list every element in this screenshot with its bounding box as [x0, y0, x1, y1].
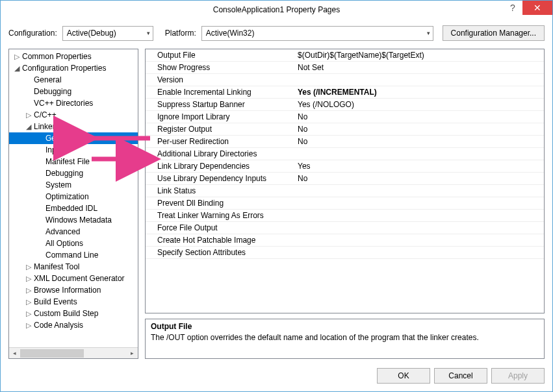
tree-item[interactable]: Windows Metadata: [9, 214, 138, 226]
configuration-value: Active(Debug): [67, 29, 116, 38]
tree-item-label: Debugging: [34, 87, 71, 96]
tree-item-label: Command Line: [45, 251, 98, 260]
tree-item-label: Embedded IDL: [45, 204, 97, 213]
apply-button[interactable]: Apply: [491, 368, 545, 384]
tree-item[interactable]: ▷Common Properties: [9, 51, 138, 62]
expander-icon[interactable]: ▷: [25, 310, 32, 318]
expander-icon[interactable]: ◢: [25, 123, 32, 131]
tree-item[interactable]: VC++ Directories: [9, 97, 138, 109]
tree-item-label: Browse Information: [34, 286, 101, 295]
tree-item-label: Custom Build Step: [34, 309, 98, 318]
tree-item[interactable]: Debugging: [9, 86, 138, 97]
close-icon[interactable]: ✕: [522, 1, 552, 15]
property-row[interactable]: Treat Linker Warning As Errors: [146, 210, 544, 222]
tree-item[interactable]: ▷Custom Build Step: [9, 308, 138, 319]
property-value: Not Set: [295, 63, 544, 72]
description-title: Output File: [151, 322, 539, 331]
tree-item-label: Linker: [34, 122, 55, 131]
property-grid[interactable]: Output File$(OutDir)$(TargetName)$(Targe…: [145, 49, 545, 313]
property-row[interactable]: Prevent Dll Binding: [146, 197, 544, 210]
tree-item[interactable]: General: [9, 74, 138, 86]
tree-item-label: Advanced: [45, 227, 80, 236]
window-title: ConsoleApplication1 Property Pages: [213, 5, 340, 14]
expander-icon[interactable]: ▷: [25, 275, 32, 283]
expander-icon[interactable]: ▷: [25, 263, 32, 271]
tree-item[interactable]: ▷Browse Information: [9, 284, 138, 296]
property-row[interactable]: Specify Section Attributes: [146, 247, 544, 259]
help-icon[interactable]: ?: [503, 1, 522, 15]
tree-item[interactable]: Advanced: [9, 226, 138, 238]
property-row[interactable]: Ignore Import LibraryNo: [146, 111, 544, 123]
tree-horizontal-scrollbar[interactable]: ◂ ▸: [9, 347, 138, 358]
tree-item-label: All Options: [45, 239, 83, 248]
scroll-left-icon[interactable]: ◂: [9, 348, 20, 359]
expander-icon[interactable]: ▷: [13, 53, 21, 61]
property-row[interactable]: Output File$(OutDir)$(TargetName)$(Targe…: [146, 49, 544, 62]
scroll-right-icon[interactable]: ▸: [127, 348, 138, 359]
configuration-manager-button[interactable]: Configuration Manager...: [443, 25, 545, 41]
property-row[interactable]: Additional Library Directories: [146, 148, 544, 160]
title-bar: ConsoleApplication1 Property Pages ? ✕: [1, 1, 552, 19]
property-row[interactable]: Link Library DependenciesYes: [146, 160, 544, 173]
expander-icon[interactable]: ▷: [25, 286, 32, 295]
scroll-track[interactable]: [20, 348, 127, 358]
expander-icon[interactable]: ▷: [25, 321, 32, 330]
property-name: Link Library Dependencies: [146, 162, 295, 171]
property-value: Yes (/INCREMENTAL): [295, 88, 544, 97]
tree-item[interactable]: Debugging: [9, 167, 138, 179]
chevron-down-icon: ▾: [427, 30, 430, 36]
property-value: No: [295, 137, 544, 146]
property-row[interactable]: Suppress Startup BannerYes (/NOLOGO): [146, 99, 544, 111]
tree-item[interactable]: ◢Configuration Properties: [9, 62, 138, 74]
tree-item[interactable]: Command Line: [9, 249, 138, 261]
ok-button[interactable]: OK: [377, 368, 430, 384]
tree-item-label: Build Events: [34, 297, 77, 306]
property-row[interactable]: Create Hot Patchable Image: [146, 234, 544, 247]
tree-item[interactable]: Embedded IDL: [9, 202, 138, 214]
cancel-button[interactable]: Cancel: [434, 368, 487, 384]
property-name: Link Status: [146, 186, 295, 195]
tree-item-label: Input: [45, 145, 63, 154]
property-panel: Output File$(OutDir)$(TargetName)$(Targe…: [145, 49, 545, 359]
property-row[interactable]: Force File Output: [146, 222, 544, 234]
configuration-row: Configuration: Active(Debug) ▾ Platform:…: [1, 19, 552, 49]
property-row[interactable]: Per-user RedirectionNo: [146, 136, 544, 148]
property-name: Register Output: [146, 125, 295, 134]
tree-item[interactable]: Optimization: [9, 191, 138, 202]
tree-item-label: Windows Metadata: [45, 215, 112, 225]
property-value: Yes: [295, 162, 544, 171]
property-row[interactable]: Enable Incremental LinkingYes (/INCREMEN…: [146, 86, 544, 99]
platform-select[interactable]: Active(Win32) ▾: [201, 26, 433, 41]
tree-item[interactable]: ▷Manifest Tool: [9, 261, 138, 273]
annotation-arrow-general: [82, 130, 153, 146]
property-name: Enable Incremental Linking: [146, 88, 295, 97]
expander-icon[interactable]: ◢: [13, 64, 21, 73]
tree-item[interactable]: ▷XML Document Generator: [9, 273, 138, 284]
tree-item[interactable]: ▷Build Events: [9, 296, 138, 308]
configuration-select[interactable]: Active(Debug) ▾: [62, 26, 153, 41]
tree-item[interactable]: ▷C/C++: [9, 109, 138, 121]
property-name: Use Library Dependency Inputs: [146, 174, 295, 183]
tree-item-label: General: [45, 134, 73, 143]
tree-item[interactable]: ▷Code Analysis: [9, 319, 138, 331]
property-name: Additional Library Directories: [146, 149, 295, 158]
property-row[interactable]: Link Status: [146, 185, 544, 197]
expander-icon[interactable]: ▷: [25, 298, 32, 306]
property-row[interactable]: Show ProgressNot Set: [146, 62, 544, 74]
property-value: No: [295, 112, 544, 121]
tree-item-label: C/C++: [34, 110, 57, 119]
expander-icon[interactable]: ▷: [25, 111, 32, 119]
property-row[interactable]: Register OutputNo: [146, 123, 544, 136]
scroll-thumb[interactable]: [20, 349, 84, 358]
property-row[interactable]: Version: [146, 74, 544, 86]
description-body: The /OUT option overrides the default na…: [151, 333, 539, 342]
property-name: Create Hot Patchable Image: [146, 236, 295, 245]
tree-item-label: XML Document Generator: [34, 274, 125, 283]
property-row[interactable]: Use Library Dependency InputsNo: [146, 173, 544, 185]
tree-item-label: System: [45, 180, 71, 190]
tree-scroll[interactable]: ▷Common Properties◢Configuration Propert…: [9, 49, 138, 347]
tree-item[interactable]: All Options: [9, 238, 138, 249]
tree-item[interactable]: System: [9, 179, 138, 191]
platform-value: Active(Win32): [206, 29, 255, 38]
tree-item-label: Common Properties: [22, 52, 92, 61]
